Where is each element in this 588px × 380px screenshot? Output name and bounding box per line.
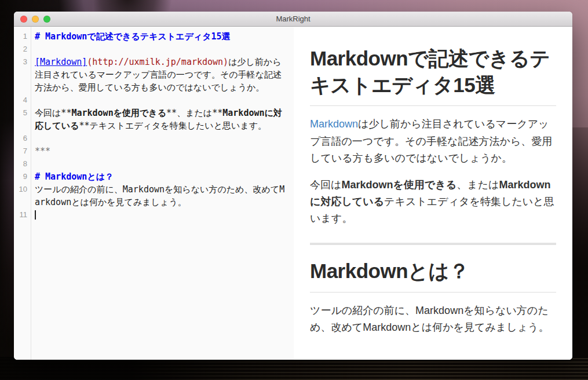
code-segment-bold: Markdownを使用できる xyxy=(71,108,166,118)
traffic-light-group xyxy=(20,12,50,26)
desktop: MarkRight 1# Markdownで記述できるテキストエディタ15選23… xyxy=(0,0,588,380)
preview-link[interactable]: Markdown xyxy=(310,118,358,130)
code-text: # Markdownで記述できるテキストエディタ15選 xyxy=(30,30,294,43)
preview-heading: Markdownとは？ xyxy=(310,258,556,292)
preview-paragraph: Markdownは少し前から注目されているマークアップ言語の一つです。その手軽な… xyxy=(310,116,556,166)
line-number: 4 xyxy=(14,94,30,107)
code-segment-marker: ** xyxy=(61,108,71,118)
line-number: 8 xyxy=(14,158,30,170)
markdown-preview[interactable]: Markdownで記述できるテキストエディタ15選Markdownは少し前から注… xyxy=(294,27,572,360)
line-number: 5 xyxy=(14,107,30,132)
code-segment-marker: ** xyxy=(79,120,89,131)
code-text xyxy=(30,43,294,56)
code-text xyxy=(30,158,294,170)
code-text xyxy=(30,94,294,107)
markdown-editor[interactable]: 1# Markdownで記述できるテキストエディタ15選23[Markdown]… xyxy=(14,27,294,360)
minimize-button[interactable] xyxy=(32,16,39,23)
editor-line[interactable]: 5今回は**Markdownを使用できる**、または**Markdownに対応し… xyxy=(14,107,294,132)
code-segment-plain: 今回は xyxy=(35,108,61,118)
line-number: 9 xyxy=(14,170,30,183)
line-number: 7 xyxy=(14,145,30,158)
code-segment-plain: ツールの紹介の前に、Markdownを知らない方のため、改めてMarkdownと… xyxy=(35,184,284,207)
code-segment-url: (http://uxmilk.jp/markdown) xyxy=(87,57,228,67)
editor-line[interactable]: 11 xyxy=(14,209,294,221)
editor-line[interactable]: 7*** xyxy=(14,145,294,158)
app-window: MarkRight 1# Markdownで記述できるテキストエディタ15選23… xyxy=(14,12,572,360)
code-segment-heading: # Markdownで記述できるテキストエディタ15選 xyxy=(35,31,231,42)
wallpaper-water-shading xyxy=(0,357,588,380)
code-segment-marker: ** xyxy=(166,108,177,118)
window-title: MarkRight xyxy=(276,14,310,23)
preview-heading: Markdownで記述できるテキストエディタ15選 xyxy=(310,45,556,106)
code-text xyxy=(30,209,294,221)
editor-line[interactable]: 8 xyxy=(14,158,294,170)
code-segment-marker: ** xyxy=(212,108,222,118)
editor-line[interactable]: 1# Markdownで記述できるテキストエディタ15選 xyxy=(14,30,294,43)
preview-paragraph: ツールの紹介の前に、Markdownを知らない方のため、改めてMarkdownと… xyxy=(310,302,556,336)
preview-paragraph: 今回はMarkdownを使用できる、またはMarkdownに対応しているテキスト… xyxy=(310,177,556,227)
line-number: 3 xyxy=(14,56,30,94)
code-segment-plain: テキストエディタを特集したいと思います。 xyxy=(89,120,266,131)
code-segment-link[interactable]: [Markdown] xyxy=(35,57,87,67)
code-segment-heading: # Markdownとは？ xyxy=(35,171,114,182)
code-segment-hr: *** xyxy=(35,146,50,156)
bold-text: Markdownを使用できる xyxy=(341,179,456,191)
code-text xyxy=(30,132,294,145)
zoom-button[interactable] xyxy=(43,16,50,23)
code-text: # Markdownとは？ xyxy=(30,170,294,183)
code-text: 今回は**Markdownを使用できる**、または**Markdownに対応して… xyxy=(30,107,294,132)
editor-line[interactable]: 3[Markdown](http://uxmilk.jp/markdown)は少… xyxy=(14,56,294,94)
line-number: 6 xyxy=(14,132,30,145)
code-text: [Markdown](http://uxmilk.jp/markdown)は少し… xyxy=(30,56,294,94)
title-bar[interactable]: MarkRight xyxy=(14,12,572,27)
line-number: 2 xyxy=(14,43,30,56)
editor-line[interactable]: 10ツールの紹介の前に、Markdownを知らない方のため、改めてMarkdow… xyxy=(14,183,294,209)
close-button[interactable] xyxy=(20,16,27,23)
code-segment-plain: 、または xyxy=(177,108,212,118)
code-text: ツールの紹介の前に、Markdownを知らない方のため、改めてMarkdownと… xyxy=(30,183,294,209)
editor-line[interactable]: 4 xyxy=(14,94,294,107)
line-number: 10 xyxy=(14,183,30,209)
code-text: *** xyxy=(30,145,294,158)
editor-line[interactable]: 6 xyxy=(14,132,294,145)
text-cursor xyxy=(35,210,36,220)
editor-line[interactable]: 2 xyxy=(14,43,294,56)
line-number: 1 xyxy=(14,30,30,43)
horizontal-rule xyxy=(310,243,556,245)
line-number: 11 xyxy=(14,209,30,221)
editor-line[interactable]: 9# Markdownとは？ xyxy=(14,170,294,183)
split-view: 1# Markdownで記述できるテキストエディタ15選23[Markdown]… xyxy=(14,27,572,360)
editor-lines: 1# Markdownで記述できるテキストエディタ15選23[Markdown]… xyxy=(14,30,294,221)
